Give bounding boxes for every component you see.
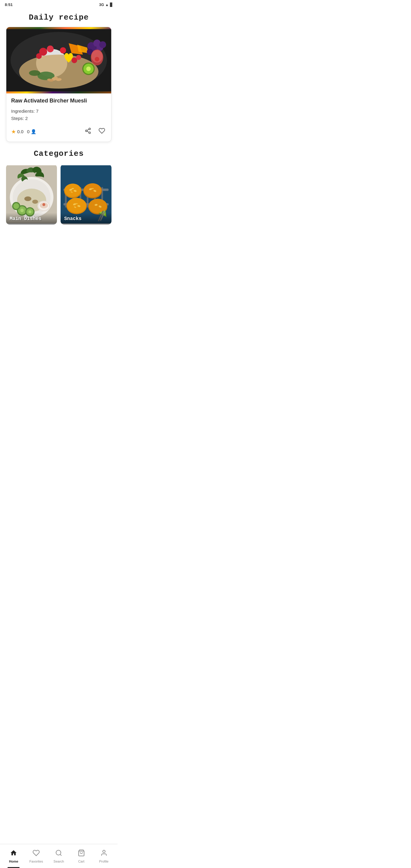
- svg-line-31: [87, 129, 89, 130]
- status-icons: 3G ▲ ▊: [99, 3, 113, 7]
- svg-point-9: [60, 47, 66, 54]
- users-count: 0 👤: [27, 129, 36, 134]
- svg-point-47: [42, 203, 45, 206]
- recipe-card[interactable]: Raw Activated Bircher Muesli Ingredients…: [6, 27, 112, 142]
- svg-point-21: [86, 67, 91, 71]
- recipe-footer: ★ 0.0 0 👤: [11, 126, 106, 137]
- users-number: 0: [27, 129, 30, 134]
- like-button[interactable]: [97, 126, 106, 137]
- category-card-snacks[interactable]: Snacks: [61, 164, 112, 224]
- category-card-main-dishes[interactable]: Main Dishes: [6, 164, 57, 224]
- svg-point-43: [13, 203, 19, 209]
- recipe-meta: Ingredients: 7 Steps: 2: [11, 107, 106, 122]
- svg-point-69: [91, 188, 94, 189]
- svg-point-49: [32, 199, 38, 204]
- svg-point-7: [47, 45, 54, 53]
- rating-value: 0.0: [17, 129, 24, 134]
- svg-point-29: [89, 132, 91, 134]
- svg-point-66: [84, 183, 101, 197]
- recipe-content: Raw Activated Bircher Muesli Ingredients…: [6, 93, 111, 142]
- status-bar: 8:51 3G ▲ ▊: [0, 0, 118, 9]
- recipe-image: [6, 27, 111, 93]
- svg-point-63: [72, 188, 74, 189]
- page-title: Daily recipe: [0, 13, 118, 22]
- recipe-title: Raw Activated Bircher Muesli: [11, 98, 106, 104]
- snacks-overlay: Snacks: [61, 213, 112, 224]
- svg-point-74: [75, 203, 78, 204]
- categories-grid: Main Dishes: [6, 164, 112, 252]
- status-time: 8:51: [5, 2, 13, 7]
- svg-point-15: [99, 41, 106, 48]
- categories-title: Categories: [0, 149, 118, 158]
- snacks-label: Snacks: [64, 216, 82, 221]
- steps-text: Steps: 2: [11, 115, 106, 122]
- svg-point-8: [36, 53, 42, 59]
- battery-icon: ▊: [110, 3, 113, 7]
- svg-point-60: [65, 184, 81, 197]
- svg-line-30: [87, 131, 89, 132]
- recipe-actions[interactable]: [84, 126, 106, 137]
- svg-point-48: [24, 196, 31, 201]
- network-icon: 3G: [99, 3, 104, 7]
- recipe-rating: ★ 0.0: [11, 128, 24, 135]
- person-icon: 👤: [31, 129, 36, 134]
- recipe-stats: ★ 0.0 0 👤: [11, 128, 36, 135]
- svg-point-38: [20, 209, 24, 212]
- ingredients-text: Ingredients: 7: [11, 107, 106, 115]
- star-icon: ★: [11, 128, 16, 135]
- svg-point-27: [89, 128, 91, 130]
- main-dishes-label: Main Dishes: [10, 216, 41, 221]
- svg-point-71: [67, 198, 86, 213]
- signal-icon: ▲: [105, 3, 109, 7]
- svg-point-28: [86, 130, 87, 132]
- share-button[interactable]: [84, 126, 93, 137]
- svg-point-5: [29, 70, 40, 76]
- main-dishes-overlay: Main Dishes: [6, 213, 57, 224]
- svg-point-18: [95, 57, 99, 61]
- svg-point-26: [76, 55, 81, 60]
